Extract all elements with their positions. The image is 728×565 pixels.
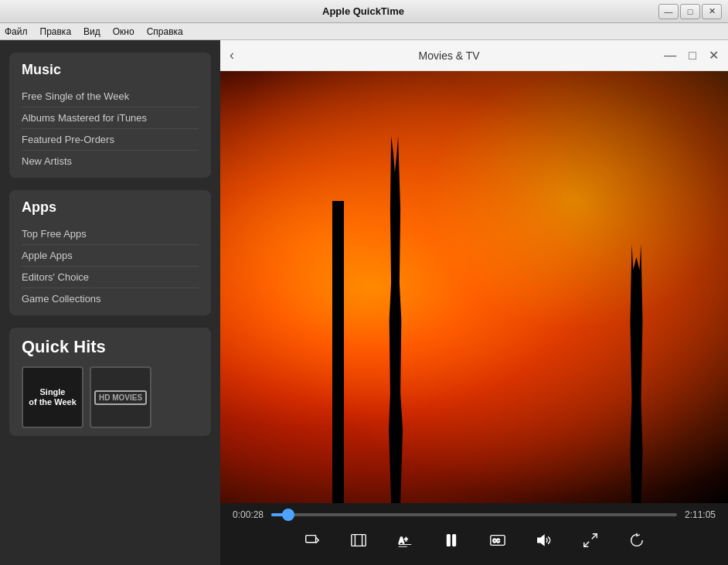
svg-line-13 — [591, 534, 596, 539]
music-section-title: Music — [22, 62, 199, 78]
apps-section: Apps Top Free Apps Apple Apps Editors' C… — [9, 190, 211, 315]
quick-hit-placeholder — [158, 366, 196, 428]
video-area[interactable] — [220, 71, 728, 503]
window-minimize-btn[interactable]: — — [664, 49, 676, 62]
quick-hits-items: Singleof the Week HD MOVIES — [22, 366, 199, 428]
svg-text:+: + — [404, 536, 408, 543]
sidebar-link-albums[interactable]: Albums Mastered for iTunes — [22, 107, 199, 129]
back-button[interactable]: ‹ — [230, 47, 234, 63]
replay-button[interactable] — [624, 528, 649, 553]
caption-settings-button[interactable]: A + — [393, 528, 417, 553]
fire-overlay2 — [220, 71, 728, 503]
progress-bar[interactable] — [271, 513, 677, 516]
progress-row: 0:00:28 2:11:05 — [233, 509, 716, 520]
closed-captions-button[interactable]: CC — [485, 528, 510, 553]
current-time-label: 0:00:28 — [233, 509, 264, 520]
minimize-button[interactable]: — — [658, 4, 679, 19]
svg-rect-0 — [305, 536, 315, 543]
window-maximize-btn[interactable]: □ — [689, 49, 696, 62]
menu-window[interactable]: Окно — [113, 26, 134, 37]
volume-button[interactable] — [532, 528, 556, 553]
title-bar-buttons: — □ ✕ — [658, 4, 722, 19]
quick-hit-hd-movies[interactable]: HD MOVIES — [90, 366, 151, 428]
app-title: Apple QuickTime — [68, 5, 658, 17]
quick-hits-section: Quick Hits Singleof the Week HD MOVIES — [9, 328, 211, 436]
trim-button[interactable] — [346, 528, 371, 553]
sidebar-link-preorders[interactable]: Featured Pre-Orders — [22, 129, 199, 151]
menu-edit[interactable]: Правка — [40, 26, 72, 37]
progress-fill — [271, 513, 288, 516]
total-time-label: 2:11:05 — [685, 509, 716, 520]
svg-rect-1 — [351, 535, 365, 546]
sidebar-link-apple-apps[interactable]: Apple Apps — [22, 245, 199, 267]
music-section: Music Free Single of the Week Albums Mas… — [9, 53, 211, 178]
quick-hits-title: Quick Hits — [22, 337, 199, 357]
progress-thumb — [282, 509, 294, 521]
svg-marker-12 — [537, 536, 543, 546]
sidebar-link-new-artists[interactable]: New Artists — [22, 151, 199, 172]
movie-window-title: Movies & TV — [243, 49, 655, 62]
menu-help[interactable]: Справка — [147, 26, 183, 37]
fullscreen-button[interactable] — [578, 528, 603, 553]
title-bar: Apple QuickTime — □ ✕ — [0, 0, 728, 23]
apps-section-title: Apps — [22, 199, 199, 216]
menu-view[interactable]: Вид — [83, 26, 100, 37]
controls-row: A + CC — [233, 525, 716, 556]
player-controls: 0:00:28 2:11:05 — [220, 503, 728, 565]
svg-line-14 — [583, 542, 588, 546]
sidebar-link-free-single[interactable]: Free Single of the Week — [22, 86, 199, 107]
menu-bar: Файл Правка Вид Окно Справка — [0, 23, 728, 40]
movie-window-controls: — □ ✕ — [664, 49, 719, 62]
svg-rect-8 — [447, 535, 450, 546]
pause-button[interactable] — [439, 528, 464, 553]
menu-file[interactable]: Файл — [5, 26, 28, 37]
maximize-button[interactable]: □ — [680, 4, 700, 19]
main-container: Music Free Single of the Week Albums Mas… — [0, 40, 728, 565]
sidebar: Music Free Single of the Week Albums Mas… — [0, 40, 220, 565]
quick-hit-single-week[interactable]: Singleof the Week — [22, 366, 83, 428]
movie-window-bar: ‹ Movies & TV — □ ✕ — [220, 40, 728, 71]
loop-button[interactable] — [300, 528, 325, 553]
window-close-btn[interactable]: ✕ — [709, 49, 719, 62]
video-frame — [220, 71, 728, 503]
content-area: ‹ Movies & TV — □ ✕ 0:00:28 — [220, 40, 728, 565]
silhouette-tower — [332, 201, 344, 503]
sidebar-link-game-collections[interactable]: Game Collections — [22, 288, 199, 309]
close-button[interactable]: ✕ — [702, 4, 722, 19]
single-week-label: Singleof the Week — [29, 387, 77, 407]
sidebar-link-editors-choice[interactable]: Editors' Choice — [22, 267, 199, 288]
sidebar-link-top-free[interactable]: Top Free Apps — [22, 223, 199, 245]
svg-rect-9 — [452, 535, 455, 546]
svg-text:CC: CC — [492, 538, 500, 543]
hd-badge: HD MOVIES — [94, 390, 147, 405]
